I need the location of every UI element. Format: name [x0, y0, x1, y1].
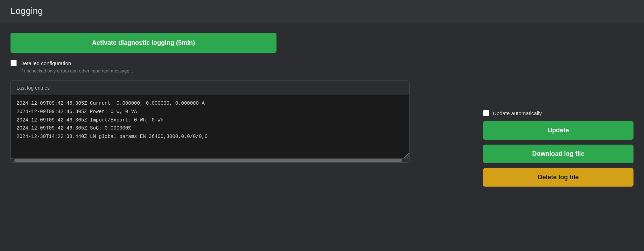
right-panel: Update automatically Update Download log…: [483, 33, 634, 187]
update-automatically-label: Update automatically: [493, 110, 542, 116]
log-line: 2024-12-09T09:42:46.305Z Import/Export: …: [16, 116, 404, 125]
log-entries-header: Last log entries: [11, 81, 409, 95]
log-line: 2024-12-30T14:22:38.440Z LM global param…: [16, 133, 404, 141]
page-header: Logging: [0, 0, 644, 22]
detailed-config-row: Detailed configuration: [10, 60, 472, 66]
log-entries-body[interactable]: 2024-12-09T09:42:46.305Z Current: 0.0000…: [11, 95, 409, 158]
scrollbar-thumb: [14, 159, 402, 162]
page-content: Activate diagnostic logging (5min) Detai…: [0, 22, 644, 197]
page-title: Logging: [10, 6, 634, 16]
detailed-config-checkbox[interactable]: [10, 60, 17, 66]
detailed-config-label: Detailed configuration: [20, 60, 71, 66]
resize-handle[interactable]: [404, 153, 409, 158]
log-entries-container: Last log entries 2024-12-09T09:42:46.305…: [10, 81, 410, 163]
log-horizontal-scrollbar[interactable]: [11, 158, 409, 162]
detailed-config-hint: If unchecked only errors and other impor…: [20, 68, 472, 74]
left-panel: Activate diagnostic logging (5min) Detai…: [10, 33, 472, 163]
download-log-file-button[interactable]: Download log file: [483, 145, 634, 163]
log-line: 2024-12-09T09:42:46.305Z SoC: 0.000000%: [16, 124, 404, 133]
activate-logging-button[interactable]: Activate diagnostic logging (5min): [10, 33, 276, 53]
detailed-config-section: Detailed configuration If unchecked only…: [10, 60, 472, 74]
log-line: 2024-12-09T09:42:46.305Z Current: 0.0000…: [16, 99, 404, 108]
update-auto-row: Update automatically: [483, 110, 634, 116]
update-automatically-checkbox[interactable]: [483, 110, 489, 116]
log-line: 2024-12-09T09:42:46.305Z Power: 0 W, 0 V…: [16, 108, 404, 116]
delete-log-file-button[interactable]: Delete log file: [483, 168, 634, 187]
update-button[interactable]: Update: [483, 121, 634, 140]
